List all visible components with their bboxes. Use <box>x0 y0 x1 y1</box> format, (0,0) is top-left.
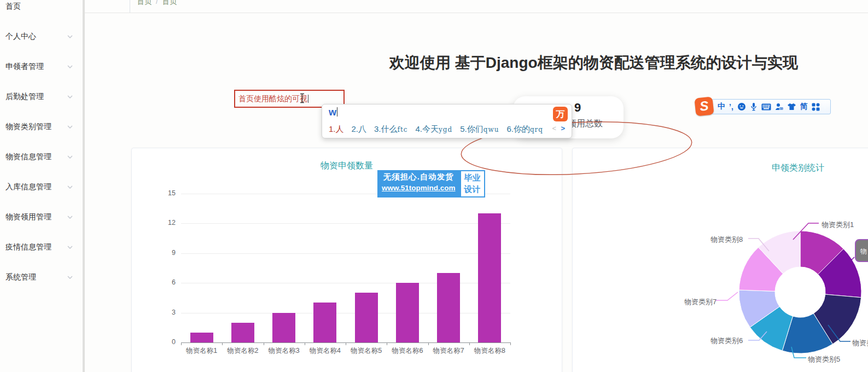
x-axis-tick <box>222 342 223 345</box>
sidebar-item-label: 首页 <box>5 2 21 10</box>
x-axis-category-label: 物资名称6 <box>387 346 428 356</box>
ime-candidate[interactable]: 6.你的qrq <box>506 124 543 135</box>
sidebar-item-material-use-mgmt[interactable]: 物资领用管理 <box>5 212 78 224</box>
sidebar-item-label: 系统管理 <box>5 272 36 281</box>
soft-keyboard-icon[interactable] <box>761 103 771 111</box>
chevron-down-icon <box>67 274 73 281</box>
ime-candidate[interactable]: 5.你们qwu <box>460 124 499 135</box>
watermark-side: 毕业 设计 <box>460 170 485 197</box>
chevron-down-icon <box>67 94 73 100</box>
gridline <box>181 313 510 313</box>
ime-candidate[interactable]: 3.什么ftc <box>374 124 408 135</box>
chevron-down-icon <box>67 124 73 130</box>
sidebar-item-system-mgmt[interactable]: 系统管理 <box>5 272 78 284</box>
bar-物资名称4 <box>313 303 336 342</box>
breadcrumb-current[interactable]: 首页 <box>162 0 177 5</box>
chevron-down-icon <box>67 214 73 220</box>
sidebar-item-material-category-mgmt[interactable]: 物资类别管理 <box>5 122 78 134</box>
x-axis-tick <box>510 342 511 345</box>
x-axis-category-label: 物资名称8 <box>469 346 510 356</box>
bar-物资名称7 <box>437 273 460 342</box>
ime-candidate-list: 1.人2.八3.什么ftc4.今天ygd5.你们qwu6.你的qrq <box>329 122 546 137</box>
x-axis-category-label: 物资名称4 <box>305 346 346 356</box>
gridline <box>181 283 510 283</box>
sidebar-divider <box>83 0 85 372</box>
ime-candidate[interactable]: 2.八 <box>352 124 367 135</box>
sidebar-item-label: 物资类别管理 <box>5 122 51 131</box>
topbar-divider <box>85 13 868 13</box>
x-axis-tick <box>305 342 305 345</box>
watermark-side-line2: 设计 <box>464 183 481 195</box>
breadcrumb: 首页/首页 <box>137 0 177 7</box>
simplified-chinese-icon[interactable]: 简 <box>800 102 808 112</box>
sidebar-item-label: 个人中心 <box>5 32 36 40</box>
pie-label: 物资类别7 <box>684 297 716 307</box>
watermark-url: www.51topmind.com <box>382 184 456 192</box>
pie-label: 物资类别4 <box>852 338 868 348</box>
y-axis-tick-label: 15 <box>157 189 176 197</box>
sogou-wan-icon[interactable]: 万 <box>553 107 568 121</box>
chevron-down-icon <box>67 184 73 190</box>
sidebar-item-personal-center[interactable]: 个人中心 <box>5 32 78 44</box>
text-caret <box>308 95 308 103</box>
ime-prev-page-icon[interactable]: < <box>552 124 556 132</box>
sidebar-item-label: 申领者管理 <box>5 62 44 71</box>
emoji-icon[interactable] <box>737 102 746 111</box>
pie-chart-title: 申领类别统计 <box>772 162 824 174</box>
ime-caret <box>337 107 337 117</box>
bar-物资名称3 <box>272 313 295 342</box>
svg-text:65: 65 <box>780 107 783 110</box>
pie-label: 物资类别5 <box>808 354 840 364</box>
y-axis-tick-label: 6 <box>157 278 176 286</box>
bar-物资名称8 <box>478 213 501 342</box>
gridline <box>181 223 510 224</box>
sogou-logo-icon[interactable]: S <box>694 96 714 116</box>
watermark-side-line1: 毕业 <box>464 172 481 183</box>
red-annotation-text: 首页使用酷炫的可视 <box>238 94 307 103</box>
user-login-icon[interactable]: 65 <box>775 103 783 111</box>
sidebar-item-label: 疫情信息管理 <box>5 242 51 251</box>
bar-物资名称2 <box>231 323 254 342</box>
ime-candidate[interactable]: 4.今天ygd <box>416 124 453 135</box>
ime-composition: w <box>329 107 337 118</box>
breadcrumb-divider <box>130 0 130 13</box>
sidebar-item-home[interactable]: 首页 <box>5 2 78 14</box>
ime-next-page-icon[interactable]: > <box>561 124 565 132</box>
gridline <box>181 253 510 254</box>
bar-chart: 03691215物资名称1物资名称2物资名称3物资名称4物资名称5物资名称6物资… <box>132 148 563 372</box>
ibeam-cursor-icon <box>299 93 305 106</box>
x-axis-tick <box>387 342 387 345</box>
x-axis-tick <box>346 342 346 345</box>
punctuation-icon[interactable]: ’, <box>729 102 733 111</box>
pie-label: 物资类别6 <box>710 336 743 346</box>
lang-mode-icon[interactable]: 中 <box>718 102 725 112</box>
sidebar-item-applicant-mgmt[interactable]: 申领者管理 <box>5 62 78 74</box>
sidebar: 首页 个人中心 申领者管理 后勤处管理 物资类别管理 物资信息管理 入库信息管理… <box>0 0 83 372</box>
watermark-main: 无须担心.自动发货 www.51topmind.com <box>377 170 460 197</box>
sidebar-item-epidemic-info-mgmt[interactable]: 疫情信息管理 <box>5 242 78 254</box>
x-axis-category-label: 物资名称2 <box>222 346 263 356</box>
y-axis-tick-label: 12 <box>157 219 176 226</box>
microphone-icon[interactable] <box>750 102 758 111</box>
toolbox-grid-icon[interactable] <box>812 103 820 111</box>
sidebar-item-inbound-info-mgmt[interactable]: 入库信息管理 <box>5 182 78 194</box>
breadcrumb-home[interactable]: 首页 <box>137 0 152 5</box>
sidebar-item-material-info-mgmt[interactable]: 物资信息管理 <box>5 152 78 164</box>
y-axis-tick-label: 9 <box>157 249 176 257</box>
ime-panel: w 万 1.人2.八3.什么ftc4.今天ygd5.你们qwu6.你的qrq <… <box>322 104 572 138</box>
bar-物资名称5 <box>355 293 378 342</box>
x-axis-tick <box>264 342 264 345</box>
donut-chart <box>735 226 866 358</box>
x-axis-category-label: 物资名称7 <box>428 346 469 356</box>
sidebar-item-logistics-mgmt[interactable]: 后勤处管理 <box>5 92 78 104</box>
ime-candidate[interactable]: 1.人 <box>329 124 344 135</box>
bar-物资名称6 <box>396 283 419 342</box>
page-title: 欢迎使用 基于Django框架的物资配送管理系统的设计与实现 <box>389 53 767 73</box>
sidebar-item-label: 入库信息管理 <box>5 182 51 191</box>
y-axis-tick-label: 3 <box>157 309 176 316</box>
x-axis-category-label: 物资名称1 <box>181 346 222 356</box>
pie-tooltip: 物 <box>855 239 868 262</box>
x-axis-tick <box>181 342 182 345</box>
skin-icon[interactable] <box>787 103 796 111</box>
x-axis-category-label: 物资名称5 <box>346 346 387 356</box>
